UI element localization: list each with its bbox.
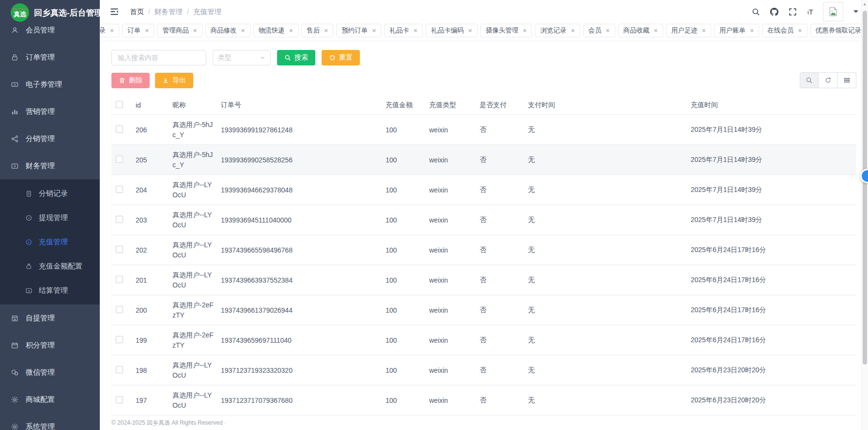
sidebar-item-3[interactable]: 营销管理: [0, 98, 100, 125]
reset-button[interactable]: 重置: [322, 50, 360, 65]
sidebar-subitem-分销记录[interactable]: 分销记录: [0, 181, 100, 206]
sidebar-item-10[interactable]: 系统管理: [0, 413, 100, 430]
tab-close-icon[interactable]: ×: [110, 27, 114, 34]
sidebar-item-9[interactable]: 商城配置: [0, 386, 100, 413]
table-row-206: 206真选用户-5hJc_Y1939936991927861248100weix…: [111, 115, 856, 145]
tab-记录[interactable]: 记录×: [100, 24, 119, 37]
fullscreen-icon[interactable]: [789, 8, 797, 16]
tab-用户账单[interactable]: 用户账单×: [714, 24, 759, 37]
row-checkbox[interactable]: [116, 126, 123, 133]
tab-预约订单[interactable]: 预约订单×: [336, 24, 381, 37]
search-button-icon: [284, 54, 291, 61]
row-checkbox[interactable]: [116, 366, 123, 373]
tab-优惠券领取记录[interactable]: 优惠券领取记录×: [810, 24, 868, 37]
tabbar: 记录×订单×管理商品×商品修改×物流快递×售后×预约订单×礼品卡×礼品卡编码×摄…: [100, 23, 868, 41]
tab-close-icon[interactable]: ×: [193, 27, 197, 34]
menu-collapse-icon[interactable]: [109, 7, 119, 16]
tab-管理商品[interactable]: 管理商品×: [157, 24, 202, 37]
recharge-table: id昵称订单号充值金额充值类型是否支付支付时间充值时间 206真选用户-5hJc…: [111, 96, 856, 417]
sidebar-subitem-充值金额配置[interactable]: 充值金额配置: [0, 254, 100, 278]
row-checkbox[interactable]: [116, 186, 123, 193]
sidebar-subitem-结算管理[interactable]: %结算管理: [0, 278, 100, 303]
breadcrumb-item-1[interactable]: 财务管理: [155, 7, 183, 16]
sidebar-item-2[interactable]: %电子券管理: [0, 71, 100, 98]
tab-close-icon[interactable]: ×: [468, 27, 472, 34]
row-checkbox[interactable]: [116, 216, 123, 223]
tab-close-icon[interactable]: ×: [798, 27, 802, 34]
logo-subtext: HUI XIANG: [13, 8, 27, 11]
tab-close-icon[interactable]: ×: [654, 27, 658, 34]
tab-label: 管理商品: [162, 26, 188, 35]
breadcrumb-item-2[interactable]: 充值管理: [193, 7, 221, 16]
breadcrumb-item-0[interactable]: 首页: [130, 7, 144, 16]
scrollbar-up-arrow[interactable]: ▲: [863, 2, 867, 6]
page-scrollbar[interactable]: ▲: [861, 0, 868, 430]
tab-商品修改[interactable]: 商品修改×: [205, 24, 250, 37]
row-checkbox[interactable]: [116, 276, 123, 283]
sidebar-item-7[interactable]: 积分管理: [0, 332, 100, 359]
tab-close-icon[interactable]: ×: [571, 27, 574, 34]
tab-close-icon[interactable]: ×: [523, 27, 527, 34]
tab-订单[interactable]: 订单×: [122, 24, 154, 37]
tab-close-icon[interactable]: ×: [414, 27, 418, 34]
tab-礼品卡[interactable]: 礼品卡×: [384, 24, 423, 37]
row-checkbox[interactable]: [116, 336, 123, 343]
tab-close-icon[interactable]: ×: [145, 27, 149, 34]
delete-button[interactable]: 删除: [111, 73, 150, 88]
sidebar-subitem-充值管理[interactable]: ¥充值管理: [0, 230, 100, 254]
row-checkbox[interactable]: [116, 156, 123, 163]
tab-close-icon[interactable]: ×: [702, 27, 706, 34]
tab-礼品卡编码[interactable]: 礼品卡编码×: [426, 24, 478, 37]
tab-售后[interactable]: 售后×: [301, 24, 333, 37]
coin-icon: ¥: [25, 214, 32, 222]
users-icon: [11, 26, 19, 34]
scrollbar-thumb[interactable]: [863, 11, 867, 365]
cell-recharge-time: 2025年6月23日20时20分: [691, 366, 856, 375]
sidebar-item-5[interactable]: ¥财务管理: [0, 152, 100, 179]
cell-id: 206: [136, 126, 172, 134]
tab-在线会员[interactable]: 在线会员×: [762, 24, 807, 37]
tab-close-icon[interactable]: ×: [324, 27, 328, 34]
sidebar-item-label: 营销管理: [26, 107, 55, 116]
cell-order: 1939936991927861248: [221, 126, 386, 134]
svg-text:¥: ¥: [28, 240, 30, 243]
tab-物流快递[interactable]: 物流快递×: [253, 24, 298, 37]
tab-close-icon[interactable]: ×: [606, 27, 610, 34]
sidebar-item-8[interactable]: 微信管理: [0, 359, 100, 386]
table-search-button[interactable]: [800, 72, 819, 88]
logo[interactable]: HUI XIANG 真选 回乡真选-后台管理: [0, 0, 100, 25]
search-input[interactable]: [111, 50, 206, 65]
tab-close-icon[interactable]: ×: [289, 27, 293, 34]
search-button[interactable]: 搜索: [277, 50, 315, 65]
caret-down-icon[interactable]: [853, 10, 858, 13]
avatar[interactable]: [823, 2, 843, 21]
select-all-checkbox[interactable]: [116, 101, 123, 108]
github-icon[interactable]: [770, 8, 778, 16]
type-select[interactable]: 类型: [213, 50, 271, 65]
tab-浏览记录[interactable]: 浏览记录×: [535, 24, 580, 37]
row-checkbox[interactable]: [116, 306, 123, 313]
sidebar-item-6[interactable]: 自提管理: [0, 304, 100, 332]
table-refresh-button[interactable]: [819, 72, 837, 88]
sidebar-item-1[interactable]: 订单管理: [0, 44, 100, 71]
row-checkbox[interactable]: [116, 246, 123, 253]
tab-close-icon[interactable]: ×: [750, 27, 754, 34]
tab-用户足迹[interactable]: 用户足迹×: [666, 24, 711, 37]
sidebar-item-0[interactable]: 会员管理: [0, 25, 100, 44]
tab-close-icon[interactable]: ×: [241, 27, 245, 34]
tab-label: 预约订单: [341, 26, 368, 35]
cell-type: weixin: [429, 366, 480, 374]
search-button-label: 搜索: [294, 53, 308, 62]
tab-摄像头管理[interactable]: 摄像头管理×: [480, 24, 532, 37]
table-columns-button[interactable]: [837, 72, 856, 88]
sidebar-subitem-提现管理[interactable]: ¥提现管理: [0, 206, 100, 230]
tab-商品收藏[interactable]: 商品收藏×: [618, 24, 663, 37]
export-button[interactable]: 导出: [155, 73, 193, 88]
tab-close-icon[interactable]: ×: [372, 27, 376, 34]
fontsize-icon[interactable]: тT: [807, 8, 813, 16]
tab-会员[interactable]: 会员×: [583, 24, 615, 37]
table-row-205: 205真选用户-5hJc_Y1939936990258528256100weix…: [111, 145, 856, 175]
row-checkbox[interactable]: [116, 396, 123, 403]
sidebar-item-4[interactable]: 分销管理: [0, 125, 100, 152]
search-icon[interactable]: [752, 8, 760, 16]
